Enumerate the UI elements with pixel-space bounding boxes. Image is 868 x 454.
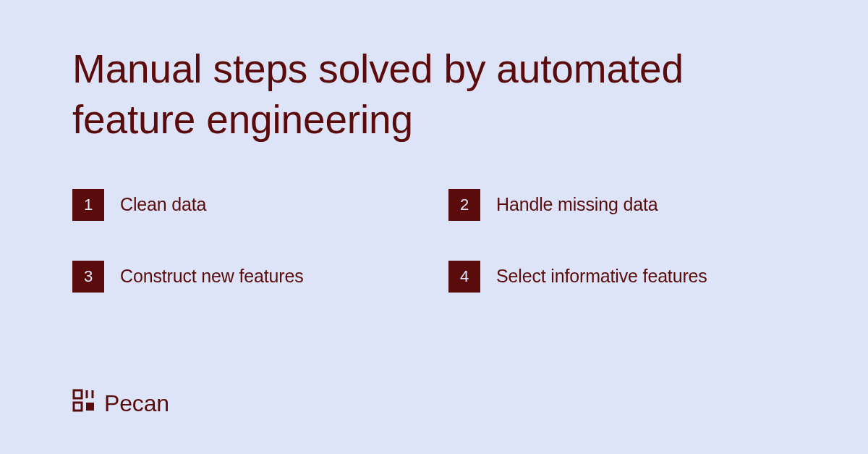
steps-grid: 1 Clean data 2 Handle missing data 3 Con…: [72, 189, 796, 293]
step-label: Clean data: [120, 194, 206, 215]
step-number-badge: 4: [448, 261, 480, 293]
step-item: 3 Construct new features: [72, 261, 420, 293]
step-label: Construct new features: [120, 266, 304, 287]
svg-rect-1: [74, 403, 82, 411]
step-item: 2 Handle missing data: [448, 189, 796, 221]
step-item: 1 Clean data: [72, 189, 420, 221]
svg-rect-0: [74, 390, 82, 398]
step-label: Handle missing data: [496, 194, 658, 215]
slide: Manual steps solved by automated feature…: [0, 0, 868, 454]
svg-rect-4: [86, 403, 94, 411]
slide-title: Manual steps solved by automated feature…: [72, 43, 796, 146]
step-number-badge: 2: [448, 189, 480, 221]
step-number-badge: 1: [72, 189, 104, 221]
step-label: Select informative features: [496, 266, 707, 287]
brand-name: Pecan: [104, 390, 169, 417]
brand-logo: Pecan: [72, 389, 796, 418]
pecan-logo-icon: [72, 389, 95, 418]
step-number-badge: 3: [72, 261, 104, 293]
step-item: 4 Select informative features: [448, 261, 796, 293]
